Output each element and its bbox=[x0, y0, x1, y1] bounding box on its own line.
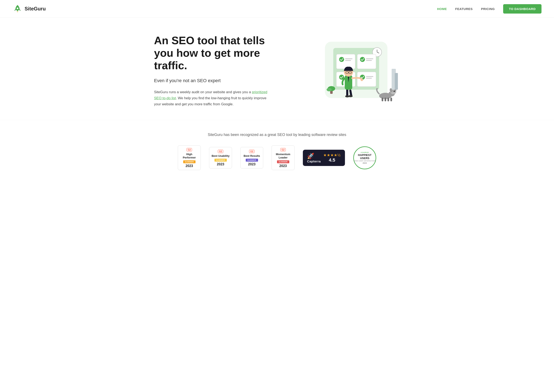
social-proof-title: SiteGuru has been recognized as a great … bbox=[13, 133, 541, 137]
hero-body-prefix: SiteGuru runs a weekly audit on your web… bbox=[154, 90, 252, 94]
hero-section: An SEO tool that tells you how to get mo… bbox=[142, 18, 412, 120]
svg-point-36 bbox=[327, 88, 332, 91]
brand-name: SiteGuru bbox=[25, 6, 46, 12]
hero-image-area bbox=[296, 35, 400, 106]
hero-text: An SEO tool that tells you how to get mo… bbox=[154, 35, 271, 107]
badge-year-4: 2023 bbox=[279, 164, 287, 168]
nav-home[interactable]: HOME bbox=[437, 7, 447, 11]
svg-rect-19 bbox=[357, 72, 376, 86]
svg-point-29 bbox=[360, 79, 363, 81]
g2-badge-best-results: G2 Best Results SUMMER 2023 bbox=[240, 147, 263, 169]
badge-year-2: 2023 bbox=[217, 162, 224, 166]
hero-body: SiteGuru runs a weekly audit on your web… bbox=[154, 89, 271, 107]
nav-links: HOME FEATURES PRICING TO DASHBOARD bbox=[437, 4, 541, 14]
svg-rect-11 bbox=[357, 54, 376, 69]
capterra-rocket-icon: 🚀 bbox=[307, 153, 314, 160]
crozdesk-year: 2023 bbox=[354, 162, 376, 164]
badge-season-3: SUMMER bbox=[246, 159, 258, 161]
badge-title-1: High Performer bbox=[180, 153, 199, 159]
svg-rect-7 bbox=[336, 54, 355, 69]
nav-features[interactable]: FEATURES bbox=[455, 7, 473, 11]
svg-point-8 bbox=[339, 57, 344, 62]
capterra-logo-area: 🚀 Capterra bbox=[307, 153, 321, 163]
navbar: SiteGuru HOME FEATURES PRICING TO DASHBO… bbox=[0, 0, 554, 18]
svg-rect-10 bbox=[345, 60, 351, 61]
capterra-name: Capterra bbox=[307, 160, 321, 163]
logo[interactable]: SiteGuru bbox=[13, 4, 46, 14]
svg-point-1 bbox=[17, 7, 18, 9]
dashboard-button[interactable]: TO DASHBOARD bbox=[503, 4, 541, 14]
hero-title: An SEO tool that tells you how to get mo… bbox=[154, 35, 271, 72]
badge-title-3: Best Results bbox=[244, 154, 260, 158]
g2-badge-best-usability: G2 Best Usability SUMMER 2023 bbox=[209, 147, 232, 169]
badge-season-2: SUMMER bbox=[215, 159, 227, 161]
crozdesk-inner: crozdesk HAPPIEST USERS HIGH USER SATISF… bbox=[354, 151, 376, 164]
svg-rect-22 bbox=[366, 78, 372, 79]
svg-rect-9 bbox=[345, 58, 353, 59]
g2-logo-2: G2 bbox=[218, 150, 223, 153]
crozdesk-subtitle: HIGH USER SATISFACTION bbox=[354, 160, 376, 161]
badge-season-1: SUMMER bbox=[183, 160, 195, 163]
svg-rect-14 bbox=[366, 60, 372, 61]
capterra-badge: 🚀 Capterra ★★★★½ 4.5 bbox=[303, 150, 345, 166]
svg-rect-44 bbox=[385, 98, 386, 101]
svg-rect-21 bbox=[366, 76, 373, 77]
hero-illustration bbox=[312, 35, 400, 106]
capterra-number: 4.5 bbox=[329, 157, 335, 163]
svg-rect-43 bbox=[382, 98, 383, 101]
g2-badge-momentum-leader: G2 Momentum Leader SUMMER 2023 bbox=[272, 145, 295, 170]
capterra-score-area: ★★★★½ 4.5 bbox=[323, 153, 341, 163]
svg-point-27 bbox=[348, 95, 353, 97]
g2-logo-4: G2 bbox=[280, 148, 286, 151]
badge-season-4: SUMMER bbox=[277, 160, 289, 163]
g2-logo-1: G2 bbox=[187, 148, 192, 151]
crozdesk-logo: crozdesk bbox=[354, 151, 376, 153]
nav-pricing[interactable]: PRICING bbox=[481, 7, 495, 11]
crozdesk-title: HAPPIEST USERS bbox=[354, 154, 376, 160]
badge-year-3: 2023 bbox=[248, 162, 256, 166]
social-proof-section: SiteGuru has been recognized as a great … bbox=[0, 120, 554, 181]
svg-rect-48 bbox=[395, 73, 398, 90]
svg-rect-45 bbox=[388, 98, 389, 101]
badge-title-4: Momentum Leader bbox=[273, 153, 293, 159]
svg-rect-46 bbox=[390, 98, 392, 101]
rocket-icon bbox=[13, 4, 22, 14]
crozdesk-badge: crozdesk HAPPIEST USERS HIGH USER SATISF… bbox=[353, 146, 376, 169]
svg-point-42 bbox=[394, 91, 395, 92]
badges-row: G2 High Performer SUMMER 2023 G2 Best Us… bbox=[13, 145, 541, 170]
g2-logo-3: G2 bbox=[249, 150, 255, 153]
svg-point-12 bbox=[360, 57, 365, 62]
badge-year-1: 2023 bbox=[186, 164, 193, 168]
capterra-stars: ★★★★½ bbox=[323, 153, 341, 157]
g2-badge-high-performer: G2 High Performer SUMMER 2023 bbox=[178, 145, 201, 170]
svg-rect-13 bbox=[366, 58, 373, 59]
hero-subtitle: Even if you're not an SEO expert bbox=[154, 78, 271, 84]
badge-title-2: Best Usability bbox=[212, 154, 229, 158]
